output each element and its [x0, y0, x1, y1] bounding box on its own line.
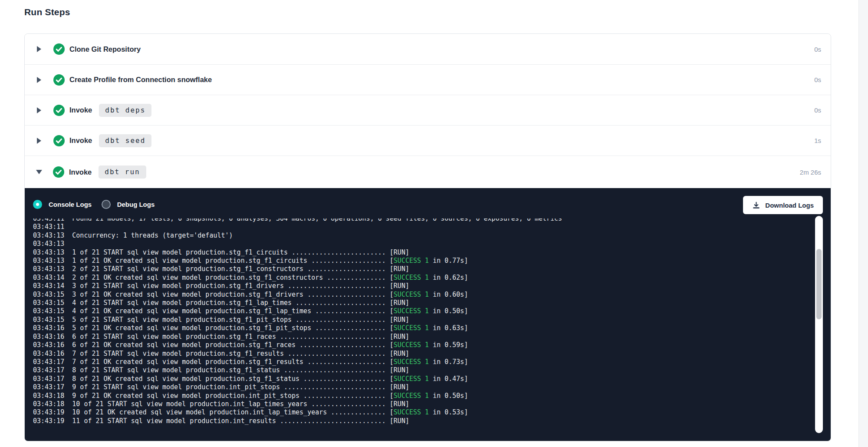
log-line: 03:43:17 9 of 21 START sql view model pr…	[33, 383, 813, 391]
success-check-icon	[53, 43, 65, 55]
expand-caret-icon[interactable]	[37, 107, 41, 113]
step-duration: 2m 26s	[800, 169, 821, 176]
step-row[interactable]: Create Profile from Connection snowflake…	[25, 64, 831, 95]
step-command-badge: dbt run	[99, 166, 146, 179]
log-line: 03:43:13	[33, 240, 813, 248]
expand-caret-icon[interactable]	[37, 77, 41, 83]
radio-label: Debug Logs	[117, 201, 155, 208]
log-line: 03:43:19 11 of 21 START sql view model p…	[33, 417, 813, 425]
success-check-icon	[53, 105, 65, 116]
step-label: Invoke	[69, 136, 92, 145]
log-line: 03:43:13 Concurrency: 1 threads (target=…	[33, 232, 813, 240]
log-text: 03:43:11 Found 21 models, 17 tests, 0 sn…	[33, 219, 813, 425]
radio-icon[interactable]	[33, 200, 42, 209]
log-line: 03:43:11 Found 21 models, 17 tests, 0 sn…	[33, 219, 813, 223]
page-right-gutter	[858, 0, 868, 447]
log-line: 03:43:15 5 of 21 START sql view model pr…	[33, 316, 813, 324]
download-logs-button[interactable]: Download Logs	[743, 196, 823, 214]
expand-caret-icon[interactable]	[37, 46, 41, 52]
log-line: 03:43:17 7 of 21 OK created sql view mod…	[33, 358, 813, 366]
log-line: 03:43:16 7 of 21 START sql view model pr…	[33, 350, 813, 358]
step-duration: 0s	[814, 106, 821, 114]
step-row[interactable]: Invoke dbt deps 0s	[25, 95, 831, 125]
console-log-output: 03:43:11 Found 21 models, 17 tests, 0 sn…	[25, 219, 813, 429]
step-duration: 0s	[814, 76, 821, 83]
step-label: Invoke	[69, 168, 92, 176]
expand-caret-icon[interactable]	[36, 170, 42, 174]
log-panel-header: Console Logs Debug Logs Download Logs	[25, 188, 831, 216]
log-line: 03:43:17 8 of 21 START sql view model pr…	[33, 366, 813, 374]
log-type-option[interactable]: Console Logs	[33, 200, 92, 209]
run-steps-card: Clone Git Repository 0s Create Profile f…	[24, 33, 831, 441]
log-line: 03:43:15 4 of 21 OK created sql view mod…	[33, 307, 813, 315]
page-title: Run Steps	[24, 7, 70, 17]
log-line: 03:43:15 3 of 21 OK created sql view mod…	[33, 291, 813, 299]
log-line: 03:43:11	[33, 223, 813, 231]
log-scrollbar-track[interactable]	[815, 216, 823, 433]
log-line: 03:43:17 8 of 21 OK created sql view mod…	[33, 375, 813, 383]
log-line: 03:43:13 1 of 21 START sql view model pr…	[33, 248, 813, 257]
step-row[interactable]: Invoke dbt seed 1s	[25, 125, 831, 156]
step-row[interactable]: Invoke dbt run 2m 26s	[25, 156, 831, 188]
download-logs-label: Download Logs	[765, 202, 814, 209]
log-line: 03:43:14 3 of 21 START sql view model pr…	[33, 282, 813, 290]
log-line: 03:43:16 6 of 21 OK created sql view mod…	[33, 341, 813, 349]
success-check-icon	[53, 135, 65, 146]
log-line: 03:43:18 10 of 21 START sql view model p…	[33, 400, 813, 408]
radio-icon[interactable]	[102, 200, 111, 209]
log-line: 03:43:13 1 of 21 OK created sql view mod…	[33, 257, 813, 265]
log-type-radio-group: Console Logs Debug Logs	[33, 200, 155, 211]
log-line: 03:43:18 9 of 21 OK created sql view mod…	[33, 392, 813, 400]
log-type-option[interactable]: Debug Logs	[102, 200, 155, 209]
log-panel: Console Logs Debug Logs Download Logs 03…	[25, 188, 831, 441]
step-label: Clone Git Repository	[69, 45, 141, 53]
download-icon	[752, 201, 760, 209]
step-command-badge: dbt seed	[99, 134, 151, 147]
log-line: 03:43:19 10 of 21 OK created sql view mo…	[33, 408, 813, 417]
step-duration: 1s	[814, 137, 821, 144]
log-line: 03:43:15 4 of 21 START sql view model pr…	[33, 299, 813, 307]
step-label: Create Profile from Connection snowflake	[69, 76, 212, 84]
log-line: 03:43:13 2 of 21 START sql view model pr…	[33, 265, 813, 273]
expand-caret-icon[interactable]	[37, 138, 41, 144]
success-check-icon	[53, 74, 65, 86]
radio-label: Console Logs	[49, 201, 92, 208]
step-label: Invoke	[69, 106, 92, 114]
success-check-icon	[53, 166, 64, 178]
step-row[interactable]: Clone Git Repository 0s	[25, 34, 831, 64]
log-line: 03:43:16 5 of 21 OK created sql view mod…	[33, 324, 813, 332]
log-scrollbar-thumb[interactable]	[816, 249, 822, 319]
step-duration: 0s	[814, 46, 821, 53]
log-line: 03:43:16 6 of 21 START sql view model pr…	[33, 333, 813, 341]
log-line: 03:43:14 2 of 21 OK created sql view mod…	[33, 274, 813, 282]
step-rows: Clone Git Repository 0s Create Profile f…	[25, 34, 831, 188]
step-command-badge: dbt deps	[99, 104, 151, 117]
